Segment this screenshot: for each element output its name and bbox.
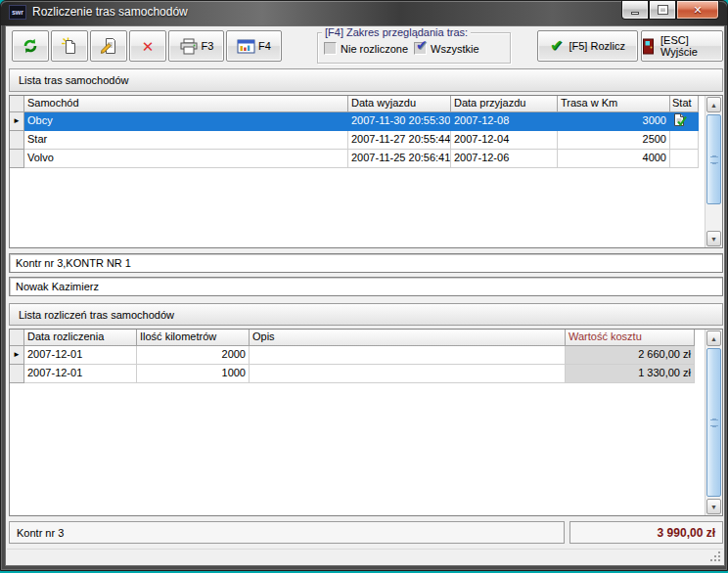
- column-header-opis[interactable]: Opis: [250, 330, 566, 346]
- scroll-up-button[interactable]: ▲: [706, 331, 721, 346]
- cell-ilosc-kilometrow: 2000: [137, 346, 250, 365]
- close-icon: ✕: [693, 4, 702, 17]
- driver-value: Nowak Kazimierz: [16, 281, 99, 292]
- browse-button[interactable]: F4: [226, 30, 282, 62]
- maximize-button[interactable]: [649, 1, 676, 20]
- checkbox-nie-rozliczone[interactable]: Nie rozliczone: [324, 42, 408, 55]
- new-document-icon: [61, 37, 78, 55]
- routes-grid: Samochód Data wyjazdu Data przyjazdu Tra…: [9, 95, 723, 248]
- window-controls: ✕: [621, 1, 719, 20]
- settlements-grid-header: Data rozliczenia Ilość kilometrów Opis W…: [10, 330, 705, 346]
- cell-opis: [250, 365, 566, 383]
- column-header-data-rozliczenia[interactable]: Data rozliczenia: [24, 330, 137, 346]
- cell-data-rozliczenia: 2007-12-01: [24, 346, 137, 365]
- cell-trasa-km: 3000: [558, 112, 670, 131]
- exit-button[interactable]: [ESC] Wyjście: [641, 30, 723, 62]
- cell-data-przyjazdu: 2007-12-04: [451, 131, 558, 150]
- window-title: Rozliczenie tras samochodów: [32, 5, 188, 19]
- filter-groupbox-label: [F4] Zakres przeglądania tras:: [322, 26, 471, 38]
- column-header-data-wyjazdu[interactable]: Data wyjazdu: [348, 96, 451, 112]
- contractor-value: Kontr nr 3,KONTR NR 1: [16, 257, 131, 269]
- contractor-field[interactable]: Kontr nr 3,KONTR NR 1: [9, 253, 723, 273]
- row-indicator: [10, 365, 24, 383]
- cell-samochod: Obcy: [24, 112, 348, 131]
- scroll-down-button[interactable]: ▼: [706, 231, 721, 246]
- cell-data-wyjazdu: 2007-11-25 20:56:41: [348, 150, 451, 168]
- settlements-vertical-scrollbar[interactable]: ▲ ▼: [705, 330, 722, 515]
- table-row[interactable]: 2007-12-01 1000 1 330,00 zł: [10, 365, 705, 383]
- filter-groupbox: [F4] Zakres przeglądania tras: Nie rozli…: [317, 32, 511, 64]
- scrollbar-thumb[interactable]: [706, 348, 721, 497]
- checkbox-label: Wszystkie: [431, 43, 479, 55]
- table-row[interactable]: Volvo 2007-11-25 20:56:41 2007-12-06 400…: [10, 150, 705, 168]
- close-button[interactable]: ✕: [676, 1, 719, 20]
- column-header-ilosc-kilometrow[interactable]: Ilość kilometrów: [137, 330, 250, 346]
- scroll-up-button[interactable]: ▲: [706, 97, 721, 112]
- cell-wartosc-kosztu: 1 330,00 zł: [566, 365, 695, 383]
- routes-panel-title: Lista tras samochodów: [19, 74, 129, 86]
- document-checked-icon: [672, 112, 687, 128]
- settlements-grid-body: Data rozliczenia Ilość kilometrów Opis W…: [10, 330, 705, 515]
- driver-field[interactable]: Nowak Kazimierz: [9, 277, 723, 296]
- settlements-grid: Data rozliczenia Ilość kilometrów Opis W…: [9, 329, 723, 516]
- cell-data-przyjazdu: 2007-12-06: [451, 150, 558, 168]
- desktop-background: swr Rozliczenie tras samochodów ✕: [0, 0, 728, 573]
- cell-opis: [250, 346, 566, 365]
- table-window-icon: [237, 39, 255, 54]
- minimize-button[interactable]: [621, 1, 649, 20]
- filter-options: Nie rozliczone ✔ Wszystkie: [324, 42, 479, 55]
- cell-data-wyjazdu: 2007-11-30 20:55:30: [348, 112, 451, 131]
- minimize-icon: [631, 12, 639, 15]
- checkbox-wszystkie[interactable]: ✔ Wszystkie: [414, 42, 479, 55]
- resize-grip[interactable]: [710, 551, 720, 561]
- routes-panel-header: Lista tras samochodów: [9, 68, 723, 92]
- cell-trasa-km: 2500: [558, 131, 670, 150]
- exit-button-label: [ESC] Wyjście: [660, 34, 722, 58]
- routes-grid-body: Samochód Data wyjazdu Data przyjazdu Tra…: [10, 96, 705, 247]
- footer-total-value: 3 990,00 zł: [658, 526, 715, 540]
- status-bar: [7, 549, 723, 564]
- print-shortcut-label: F3: [202, 40, 214, 52]
- scroll-down-button[interactable]: ▼: [706, 499, 721, 514]
- row-indicator: [10, 150, 24, 168]
- cell-samochod: Volvo: [24, 150, 348, 168]
- delete-button[interactable]: ✕: [129, 30, 166, 62]
- scroll-down-icon: ▼: [710, 504, 717, 510]
- thumb-grip-icon: [710, 419, 718, 426]
- checkbox-checked-icon: ✔: [414, 42, 427, 55]
- column-header-stat[interactable]: Stat: [670, 96, 699, 112]
- settlements-panel-header: Lista rozliczeń tras samochodów: [9, 303, 723, 326]
- routes-grid-header: Samochód Data wyjazdu Data przyjazdu Tra…: [10, 96, 705, 112]
- cell-data-wyjazdu: 2007-11-27 20:55:44: [348, 131, 451, 150]
- edit-button[interactable]: [90, 30, 127, 62]
- edit-document-icon: [100, 37, 117, 55]
- browse-shortcut-label: F4: [258, 40, 271, 52]
- routes-vertical-scrollbar[interactable]: ▲ ▼: [705, 96, 722, 247]
- footer-total-box: 3 990,00 zł: [569, 521, 723, 544]
- indicator-column-header: [10, 330, 24, 346]
- table-row[interactable]: ► 2007-12-01 2000 2 660,00 zł: [10, 346, 705, 365]
- row-indicator: ►: [10, 346, 24, 365]
- settle-button[interactable]: ✔ [F5] Rozlicz: [537, 30, 638, 62]
- footer-contractor-value: Kontr nr 3: [17, 527, 64, 539]
- cell-stat: [670, 150, 699, 168]
- app-logo-text: swr: [12, 9, 23, 16]
- maximize-icon: [659, 6, 667, 14]
- scrollbar-thumb[interactable]: [706, 114, 721, 204]
- title-bar[interactable]: swr Rozliczenie tras samochodów ✕: [1, 1, 727, 25]
- table-row[interactable]: ► Obcy 2007-11-30 20:55:30 2007-12-08 30…: [10, 112, 705, 131]
- column-header-data-przyjazdu[interactable]: Data przyjazdu: [451, 96, 558, 112]
- delete-icon: ✕: [142, 39, 155, 54]
- print-button[interactable]: F3: [168, 30, 224, 62]
- cell-samochod: Star: [24, 131, 348, 150]
- new-button[interactable]: [51, 30, 88, 62]
- column-header-trasa[interactable]: Trasa w Km: [558, 96, 670, 112]
- refresh-icon: [22, 37, 39, 55]
- indicator-column-header: [10, 96, 24, 112]
- column-header-wartosc-kosztu[interactable]: Wartość kosztu: [566, 330, 695, 346]
- checkbox-unchecked-icon: [324, 42, 337, 55]
- refresh-button[interactable]: [12, 30, 49, 62]
- column-header-samochod[interactable]: Samochód: [24, 96, 348, 112]
- table-row[interactable]: Star 2007-11-27 20:55:44 2007-12-04 2500: [10, 131, 705, 150]
- client-area: ✕ F3: [5, 25, 725, 566]
